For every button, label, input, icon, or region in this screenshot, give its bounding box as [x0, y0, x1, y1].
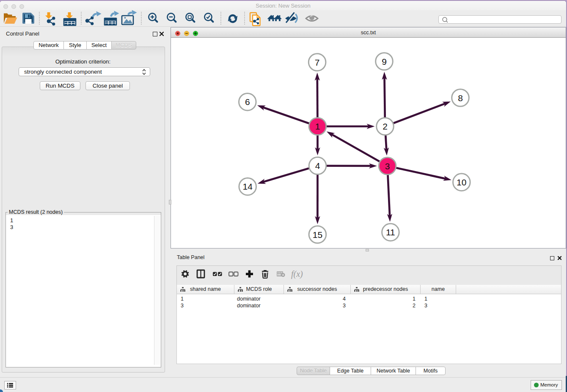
svg-text:3: 3 — [385, 161, 390, 171]
svg-text:f(x): f(x) — [291, 269, 303, 279]
svg-text:4: 4 — [315, 161, 320, 171]
svg-text:10: 10 — [457, 177, 466, 187]
svg-text:1: 1 — [315, 121, 320, 131]
svg-text:7: 7 — [315, 58, 320, 67]
svg-text:14: 14 — [243, 182, 253, 191]
svg-text:2: 2 — [383, 121, 388, 131]
svg-text:8: 8 — [458, 93, 463, 103]
svg-text:9: 9 — [382, 57, 387, 66]
svg-text:11: 11 — [386, 227, 395, 237]
svg-text:6: 6 — [245, 97, 250, 107]
svg-text:15: 15 — [313, 230, 322, 240]
